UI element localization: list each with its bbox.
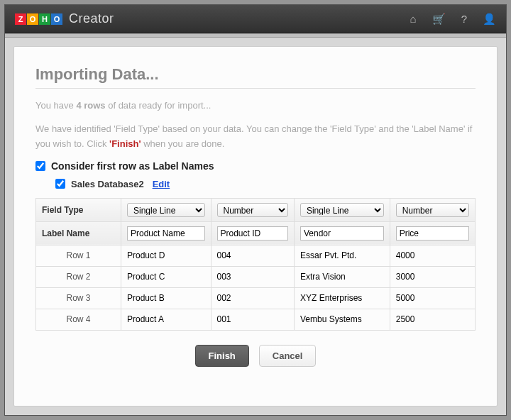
label-name-input-2[interactable] [300,226,384,241]
label-name-input-3[interactable] [396,226,469,241]
cell: 5000 [390,287,475,309]
field-type-select-1[interactable]: Number [217,203,288,217]
table-row: Row 1 Product D 004 Essar Pvt. Ptd. 4000 [36,245,476,266]
cell: Essar Pvt. Ptd. [294,245,390,266]
logo-letter-z: Z [15,13,26,25]
row-label: Row 1 [36,245,121,266]
logo-letter-h: H [39,13,50,25]
home-icon[interactable]: ⌂ [410,13,417,26]
cell: 004 [211,245,294,266]
consider-checkbox[interactable] [35,161,45,171]
page-card: Importing Data... You have 4 rows of dat… [13,46,498,407]
row-label: Row 4 [36,309,121,330]
cell: Product C [121,266,211,287]
field-type-select-3[interactable]: Number [396,203,469,217]
field-type-select-2[interactable]: Single Line [300,203,384,217]
table-row: Row 4 Product A 001 Vembu Systems 2500 [36,309,476,330]
explain-b: when you are done. [143,138,224,149]
label-name-input-1[interactable] [217,226,288,241]
product-name: Creator [69,11,114,26]
label-name-header: Label Name [36,221,121,245]
cell: Product D [121,245,211,266]
cell: 002 [211,287,294,309]
cancel-button[interactable]: Cancel [259,345,317,367]
edit-link[interactable]: Edit [153,179,170,189]
cell: Extra Vision [294,266,390,287]
explain-line: We have identified 'Field Type' based on… [35,122,476,152]
cell: 001 [211,309,294,330]
subbar [5,33,506,38]
row-label: Row 2 [36,266,121,287]
consider-first-row: Consider first row as Label Names [35,160,476,172]
help-icon[interactable]: ? [461,13,467,26]
page-title: Importing Data... [35,65,476,89]
button-row: Finish Cancel [35,345,476,367]
finish-button[interactable]: Finish [195,345,249,367]
cell: Product A [121,309,211,330]
label-name-input-0[interactable] [127,226,205,241]
cell: XYZ Enterprises [294,287,390,309]
explain-a: We have identified 'Field Type' based on… [35,123,472,149]
cell: 4000 [390,245,475,266]
topbar: Z O H O Creator ⌂ 🛒 ? 👤 [5,5,506,33]
row-label: Row 3 [36,287,121,309]
user-icon[interactable]: 👤 [483,13,496,26]
summary-rows: 4 rows [76,100,105,111]
data-table: Field Type Single Line Number Single Lin… [35,198,476,331]
cell: Vembu Systems [294,309,390,330]
cell: 003 [211,266,294,287]
dataset-name: Sales Database2 [71,179,144,189]
cell: 3000 [390,266,475,287]
summary-suffix: of data ready for import... [108,100,211,111]
cart-icon[interactable]: 🛒 [432,13,446,26]
dataset-row: Sales Database2 Edit [35,179,476,189]
table-row: Row 3 Product B 002 XYZ Enterprises 5000 [36,287,476,309]
cell: 2500 [390,309,475,330]
logo-letter-o: O [27,13,38,25]
field-type-header: Field Type [36,198,121,221]
cell: Product B [121,287,211,309]
logo: Z O H O Creator [15,11,114,26]
logo-letter-o2: O [51,13,62,25]
table-row: Row 2 Product C 003 Extra Vision 3000 [36,266,476,287]
field-type-select-0[interactable]: Single Line [127,203,205,217]
explain-finish: 'Finish' [109,138,141,149]
dataset-checkbox[interactable] [55,179,65,189]
consider-label: Consider first row as Label Names [51,160,214,172]
summary-prefix: You have [35,100,74,111]
summary-line: You have 4 rows of data ready for import… [35,100,476,111]
app-window: Z O H O Creator ⌂ 🛒 ? 👤 Importing Data..… [4,4,507,416]
topbar-icons: ⌂ 🛒 ? 👤 [410,13,496,26]
